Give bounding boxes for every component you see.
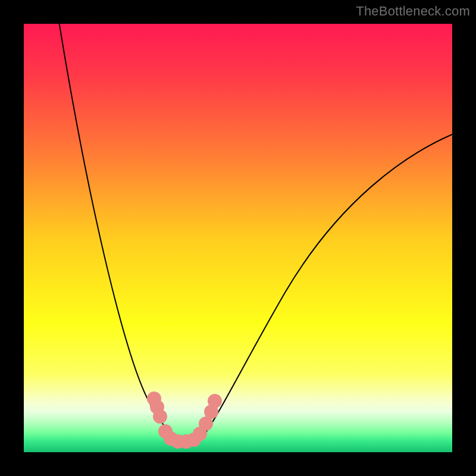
chart-frame: TheBottleneck.com <box>0 0 476 476</box>
plot-area <box>24 24 452 452</box>
watermark-text: TheBottleneck.com <box>356 4 470 19</box>
marker-point <box>153 409 167 424</box>
marker-point <box>208 394 222 408</box>
gradient-background <box>24 24 452 452</box>
chart-svg <box>24 24 452 452</box>
